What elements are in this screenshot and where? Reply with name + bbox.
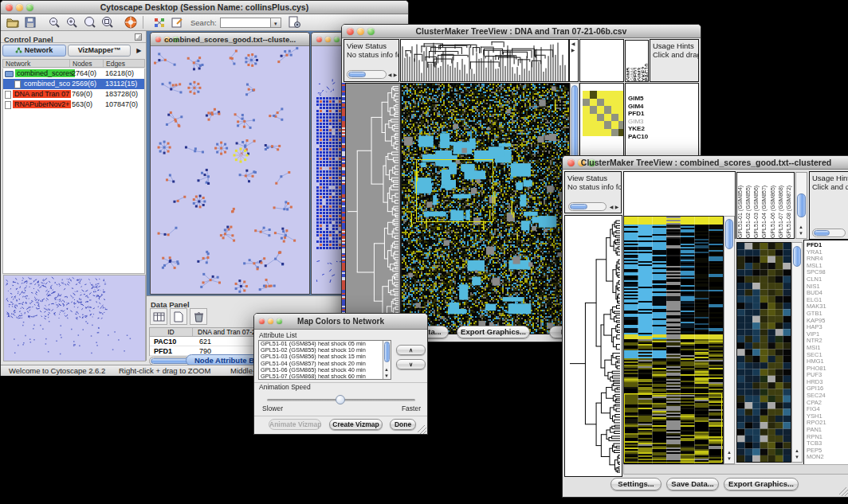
move-down-button[interactable]: ∨ [396, 359, 426, 369]
matrix-cell[interactable] [604, 129, 611, 137]
scroll-down-icon[interactable]: ▼ [725, 455, 733, 462]
scroll-down-icon[interactable]: ▼ [793, 454, 801, 460]
new-doc-icon[interactable] [170, 308, 187, 325]
button-done[interactable]: Done [390, 419, 416, 430]
matrix-cell[interactable] [611, 129, 618, 137]
gene-label[interactable]: GIM3 [628, 118, 698, 126]
save-icon[interactable] [22, 14, 39, 31]
matrix-cell[interactable] [597, 114, 604, 122]
matrix-cell[interactable] [590, 121, 597, 129]
scroll-down-icon[interactable]: ▼ [797, 230, 805, 236]
matrix-cell[interactable] [604, 121, 611, 129]
gene-label[interactable]: YKE2 [628, 125, 698, 133]
matrix-cell[interactable] [618, 99, 624, 107]
attribute-list-item[interactable]: GPL51-04 (GSM857) heat shock 20 min [259, 361, 383, 367]
scroll-down-icon[interactable]: ▼ [383, 373, 391, 379]
attribute-list-item[interactable]: GPL51-01 (GSM854) heat shock 05 min [259, 341, 383, 347]
zoom-selected-icon[interactable] [80, 14, 98, 31]
matrix-cell[interactable] [597, 121, 604, 129]
scroll-right-icon[interactable]: ▶ [391, 72, 399, 78]
matrix-cell[interactable] [583, 91, 590, 99]
matrix-cell[interactable] [590, 99, 597, 107]
scroll-up-icon[interactable]: ▲ [725, 449, 733, 455]
close-button[interactable] [316, 37, 322, 42]
dialog-titlebar[interactable]: Map Colors to Network [254, 314, 427, 330]
search-dropdown-icon[interactable]: ▾ [271, 18, 281, 28]
top-scroll-sliver[interactable]: ◀ ▶ [569, 39, 579, 82]
attribute-list-item[interactable]: GPL51-03 (GSM856) heat shock 15 min [259, 354, 383, 360]
matrix-cell[interactable] [583, 106, 590, 114]
row-dendrogram[interactable] [345, 83, 401, 334]
resize-grip[interactable] [839, 487, 848, 496]
speed-slider-thumb[interactable] [336, 395, 345, 404]
network-tree-row[interactable]: DNA and Tran 07769(0)183728(0) [3, 89, 144, 100]
list-vscrollbar[interactable]: ▲ ▼ [383, 341, 391, 379]
row-dendrogram[interactable] [564, 215, 622, 477]
button-create-vizmap[interactable]: Create Vizmap [329, 419, 383, 430]
attribute-list-item[interactable]: GPL51-06 (GSM865) heat shock 40 min [259, 367, 383, 373]
birdseye-view[interactable] [3, 275, 146, 361]
matrix-cell[interactable] [590, 91, 597, 99]
scroll-up-icon[interactable]: ▲ [793, 447, 801, 454]
matrix-cell[interactable] [590, 106, 597, 114]
zoom-out-icon[interactable] [45, 14, 63, 31]
annotation-icon[interactable] [168, 14, 186, 31]
cytoscape-titlebar[interactable]: Cytoscape Desktop (Session Name: collins… [1, 1, 408, 14]
labels-vscrollbar[interactable]: ▲ ▼ [795, 172, 807, 239]
correlation-matrix[interactable] [583, 91, 624, 136]
help-ring-icon[interactable] [122, 14, 139, 31]
matrix-cell[interactable] [618, 129, 624, 137]
move-up-button[interactable]: ∧ [396, 345, 426, 355]
doc-settings-icon[interactable] [286, 14, 304, 31]
scroll-right-icon[interactable]: ▶ [613, 204, 621, 210]
status-hscrollbar[interactable] [568, 202, 607, 211]
matrix-cell[interactable] [604, 114, 611, 122]
matrix-cell[interactable] [611, 121, 618, 129]
matrix-cell[interactable] [611, 99, 618, 107]
button-export-graphics[interactable]: Export Graphics... [724, 478, 799, 490]
attribute-listbox[interactable]: GPL51-01 (GSM854) heat shock 05 minGPL51… [258, 340, 391, 380]
matrix-cell[interactable] [583, 114, 590, 122]
matrix-cell[interactable] [611, 91, 618, 99]
gene-label[interactable]: PAC10 [628, 133, 698, 141]
gene-label[interactable]: GIM5 [628, 95, 698, 103]
tab-network[interactable]: Network [2, 45, 66, 57]
tab-overflow-arrow[interactable]: ▶ [132, 45, 145, 57]
zoom-fit-icon[interactable] [98, 14, 116, 31]
matrix-cell[interactable] [583, 129, 590, 137]
gene-label[interactable]: MON2 [807, 454, 848, 461]
matrix-cell[interactable] [597, 106, 604, 114]
status-hscrollbar[interactable] [347, 70, 387, 79]
matrix-cell[interactable] [604, 91, 611, 99]
attribute-list-item[interactable]: GPL51-07 (GSM868) heat shock 60 min [259, 373, 383, 379]
matrix-cell[interactable] [597, 129, 604, 137]
matrix-cell[interactable] [618, 121, 624, 129]
button-save-data[interactable]: Save Data... [666, 478, 719, 490]
button-settings[interactable]: Settings... [610, 478, 662, 490]
top-dendrogram[interactable] [400, 39, 569, 82]
matrix-cell[interactable] [611, 114, 618, 122]
gene-label[interactable]: PFD1 [628, 110, 698, 118]
matrix-cell[interactable] [597, 91, 604, 99]
matrix-cell[interactable] [611, 106, 618, 114]
network-tree-row[interactable]: RNAPuberNov2+563(0)107847(0) [3, 100, 144, 110]
bottom-hscrollbar[interactable] [623, 464, 848, 475]
heatmap-main[interactable] [401, 83, 570, 334]
float-panel-icon[interactable] [135, 33, 142, 41]
heatmap-main[interactable] [623, 216, 724, 464]
open-folder-icon[interactable] [4, 14, 22, 31]
minimize-button[interactable] [325, 37, 331, 42]
matrix-cell[interactable] [604, 106, 611, 114]
heatmap-vscrollbar[interactable]: ▲ ▼ [724, 216, 735, 464]
matrix-cell[interactable] [590, 129, 597, 137]
node-edit-icon[interactable] [151, 14, 168, 31]
gene-label[interactable]: GIM4 [628, 103, 698, 111]
matrix-cell[interactable] [618, 114, 624, 122]
resize-grip[interactable] [418, 425, 426, 434]
scroll-up-icon[interactable]: ▲ [797, 224, 805, 230]
scroll-left-icon[interactable]: ◀ [569, 41, 577, 47]
matrix-cell[interactable] [583, 121, 590, 129]
button-export-graphics[interactable]: Export Graphics... [457, 326, 530, 338]
zoom-vscrollbar[interactable]: ▲ ▼ [791, 242, 803, 463]
table-icon[interactable] [150, 308, 167, 325]
